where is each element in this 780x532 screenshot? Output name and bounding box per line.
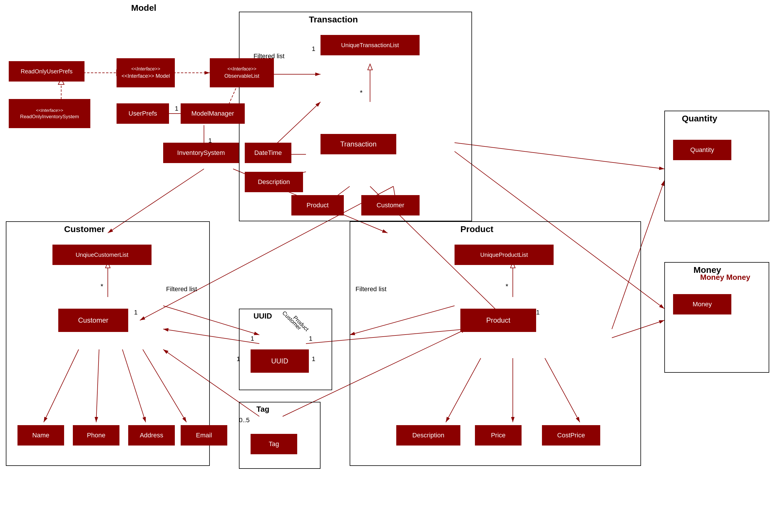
inventory-system-box: InventorySystem: [163, 143, 239, 163]
label-1-modelmanager: 1: [175, 105, 178, 112]
label-star-customer: *: [101, 282, 103, 290]
unique-product-list-box: UniqueProductList: [454, 245, 553, 265]
label-1-inventory: 1: [208, 137, 212, 145]
money-money-label: Money Money: [700, 273, 750, 282]
money-box: Money: [673, 294, 731, 315]
phone-box: Phone: [73, 425, 119, 445]
diagram-container: Model Transaction Customer Product Quant…: [0, 0, 780, 532]
quantity-section: [664, 111, 769, 221]
quantity-section-title: Quantity: [682, 114, 717, 123]
description-product-box: Description: [396, 425, 460, 445]
product-section-title: Product: [460, 224, 493, 234]
model-manager-box: ModelManager: [181, 103, 245, 124]
description-transaction-box: Description: [245, 172, 303, 192]
transaction-title: Transaction: [309, 14, 358, 24]
uuid-box: UUID: [251, 350, 309, 373]
label-1-product: 1: [536, 309, 540, 316]
interface-observable-list-box: <<Interface>> ObservableList: [210, 58, 274, 87]
unique-transaction-list-box: UniqueTransactionList: [321, 35, 420, 55]
filtered-list-label-1: Filtered list: [253, 52, 284, 60]
transaction-box: Transaction: [321, 134, 396, 154]
name-box: Name: [17, 425, 64, 445]
interface-model-box: <<Interface>> <<Interface>> Model: [116, 58, 175, 87]
tag-box: Tag: [251, 434, 297, 454]
label-1-uuid-product: 1: [309, 335, 312, 342]
svg-line-38: [454, 143, 664, 169]
label-star-transaction: *: [360, 89, 362, 97]
cost-price-box: CostPrice: [542, 425, 600, 445]
customer-box: Customer: [58, 309, 128, 332]
customer-transaction-box: Customer: [361, 195, 420, 215]
datetime-box: DateTime: [245, 143, 291, 163]
readonly-user-prefs-box: ReadOnlyUserPrefs: [9, 61, 85, 82]
label-1-uuid-left: 1: [237, 355, 240, 363]
filtered-list-label-3: Filtered list: [355, 285, 386, 293]
email-box: Email: [181, 425, 227, 445]
address-box: Address: [128, 425, 175, 445]
price-box: Price: [475, 425, 522, 445]
quantity-box: Quantity: [673, 140, 731, 160]
uuid-section-title: UUID: [253, 312, 272, 321]
interface-readonly-inventory-box: <<Interface>> ReadOnlyInventorySystem: [9, 99, 90, 128]
product-transaction-box: Product: [291, 195, 344, 215]
label-1-customer: 1: [134, 309, 138, 316]
filtered-list-label-2: Filtered list: [166, 285, 197, 293]
unique-customer-list-box: UnqiueCustomerList: [52, 245, 151, 265]
label-zero-five: 0..5: [239, 416, 250, 424]
label-1-uuid-customer: 1: [251, 335, 254, 342]
label-1-transaction: 1: [312, 45, 315, 53]
label-1-uuid-right: 1: [312, 355, 315, 363]
tag-section-title: Tag: [256, 405, 269, 414]
user-prefs-box: UserPrefs: [116, 103, 169, 124]
product-box: Product: [460, 309, 536, 332]
model-title: Model: [131, 3, 156, 13]
label-star-product: *: [505, 282, 508, 290]
customer-section-title: Customer: [64, 224, 105, 234]
